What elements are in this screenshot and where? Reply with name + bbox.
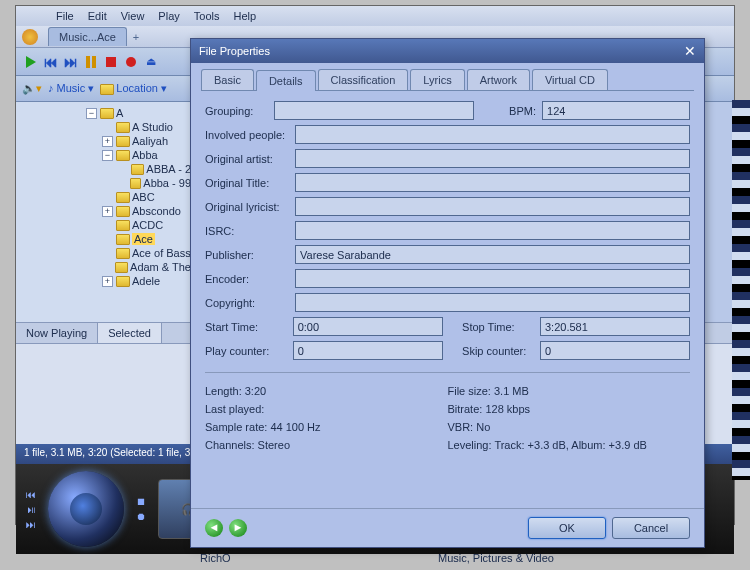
dialog-body: Grouping: BPM: Involved people: Original… <box>201 90 694 508</box>
stop-label: Stop Time: <box>462 321 540 333</box>
tab-lyrics[interactable]: Lyrics <box>410 69 464 90</box>
tree-item[interactable]: ACDC <box>16 218 195 232</box>
prev-button[interactable]: ⏮ <box>42 53 60 71</box>
start-field[interactable] <box>293 317 443 336</box>
origlyr-field[interactable] <box>295 197 690 216</box>
record-button[interactable] <box>122 53 140 71</box>
play-button[interactable] <box>22 53 40 71</box>
tab-basic[interactable]: Basic <box>201 69 254 90</box>
tree-item-label: ABBA - 2 <box>146 163 191 175</box>
tree-item-label: ACDC <box>132 219 163 231</box>
next-button[interactable]: ⏭ <box>62 53 80 71</box>
folder-icon <box>116 220 130 231</box>
stop-button[interactable] <box>102 53 120 71</box>
expand-icon <box>102 248 113 259</box>
next-file-button[interactable]: ► <box>229 519 247 537</box>
copyright-field[interactable] <box>295 293 690 312</box>
tree-item[interactable]: +Adele <box>16 274 195 288</box>
expand-icon <box>102 192 113 203</box>
window-tab-music[interactable]: Music...Ace <box>48 27 127 46</box>
tree-root[interactable]: −A <box>16 106 195 120</box>
tree-item[interactable]: Ace <box>16 232 195 246</box>
origtitle-field[interactable] <box>295 173 690 192</box>
pause-button[interactable] <box>82 53 100 71</box>
prev-file-button[interactable]: ◄ <box>205 519 223 537</box>
tree-item[interactable]: Ace of Bass <box>16 246 195 260</box>
origartist-field[interactable] <box>295 149 690 168</box>
dialog-titlebar[interactable]: File Properties ✕ <box>191 39 704 63</box>
expand-icon[interactable]: + <box>102 136 113 147</box>
expand-icon[interactable]: − <box>102 150 113 161</box>
footer-user: RichO <box>200 552 231 564</box>
tab-classification[interactable]: Classification <box>318 69 409 90</box>
dialog-footer: ◄ ► OK Cancel <box>191 508 704 547</box>
ok-button[interactable]: OK <box>528 517 606 539</box>
jog-wheel[interactable] <box>48 471 124 547</box>
playcount-field[interactable] <box>293 341 443 360</box>
folder-icon <box>116 234 130 245</box>
encoder-field[interactable] <box>295 269 690 288</box>
involved-field[interactable] <box>295 125 690 144</box>
menu-play[interactable]: Play <box>152 8 185 24</box>
menu-tools[interactable]: Tools <box>188 8 226 24</box>
cancel-button[interactable]: Cancel <box>612 517 690 539</box>
expand-icon[interactable]: + <box>102 206 113 217</box>
folder-icon <box>115 262 128 273</box>
copyright-label: Copyright: <box>205 297 295 309</box>
tree-item-label: Abscondo <box>132 205 181 217</box>
involved-label: Involved people: <box>205 129 295 141</box>
menu-edit[interactable]: Edit <box>82 8 113 24</box>
start-label: Start Time: <box>205 321 293 333</box>
speaker-icon[interactable]: 🔈▾ <box>22 82 42 95</box>
tree-item-label: Abba - 99 <box>143 177 191 189</box>
app-icon <box>22 29 38 45</box>
info-vbr: VBR: No <box>448 421 691 433</box>
close-icon[interactable]: ✕ <box>684 43 696 59</box>
dialog-title: File Properties <box>199 45 270 57</box>
tree-item[interactable]: +Abscondo <box>16 204 195 218</box>
expand-icon <box>118 178 127 189</box>
info-filesize: File size: 3.1 MB <box>448 385 691 397</box>
bpm-field[interactable] <box>542 101 690 120</box>
expand-icon <box>118 164 128 175</box>
menu-file[interactable]: File <box>50 8 80 24</box>
folder-icon <box>116 192 130 203</box>
menu-help[interactable]: Help <box>227 8 262 24</box>
skipcount-field[interactable] <box>540 341 690 360</box>
tree-item[interactable]: Abba - 99 <box>16 176 195 190</box>
nav-location[interactable]: Location ▾ <box>100 82 167 95</box>
grouping-field[interactable] <box>274 101 474 120</box>
menu-view[interactable]: View <box>115 8 151 24</box>
skipcount-label: Skip counter: <box>462 345 540 357</box>
footer-category: Music, Pictures & Video <box>438 552 554 564</box>
tree-item[interactable]: ABC <box>16 190 195 204</box>
folder-icon <box>116 136 130 147</box>
tree-item[interactable]: ABBA - 2 <box>16 162 195 176</box>
tab-artwork[interactable]: Artwork <box>467 69 530 90</box>
folder-icon <box>116 248 130 259</box>
add-tab-button[interactable]: + <box>127 29 145 45</box>
tab-now-playing[interactable]: Now Playing <box>16 323 98 343</box>
isrc-label: ISRC: <box>205 225 295 237</box>
eject-button[interactable]: ⏏ <box>142 53 160 71</box>
publisher-field[interactable] <box>295 245 690 264</box>
tree-item[interactable]: Adam & The <box>16 260 195 274</box>
folder-tree[interactable]: −A A Studio+Aaliyah−AbbaABBA - 2Abba - 9… <box>16 102 196 322</box>
tab-virtualcd[interactable]: Virtual CD <box>532 69 608 90</box>
stop-field[interactable] <box>540 317 690 336</box>
origartist-label: Original artist: <box>205 153 295 165</box>
expand-icon[interactable]: + <box>102 276 113 287</box>
player-controls-right[interactable]: ⏹⏺ <box>136 496 146 522</box>
tab-selected[interactable]: Selected <box>98 323 162 343</box>
tree-item[interactable]: +Aaliyah <box>16 134 195 148</box>
nav-music[interactable]: ♪ Music ▾ <box>48 82 94 95</box>
tree-item[interactable]: A Studio <box>16 120 195 134</box>
player-controls-left[interactable]: ⏮⏯⏭ <box>26 489 36 530</box>
expand-icon <box>102 262 112 273</box>
grouping-label: Grouping: <box>205 105 274 117</box>
tab-details[interactable]: Details <box>256 70 316 91</box>
origtitle-label: Original Title: <box>205 177 295 189</box>
tree-item[interactable]: −Abba <box>16 148 195 162</box>
file-properties-dialog: File Properties ✕ Basic Details Classifi… <box>190 38 705 548</box>
isrc-field[interactable] <box>295 221 690 240</box>
